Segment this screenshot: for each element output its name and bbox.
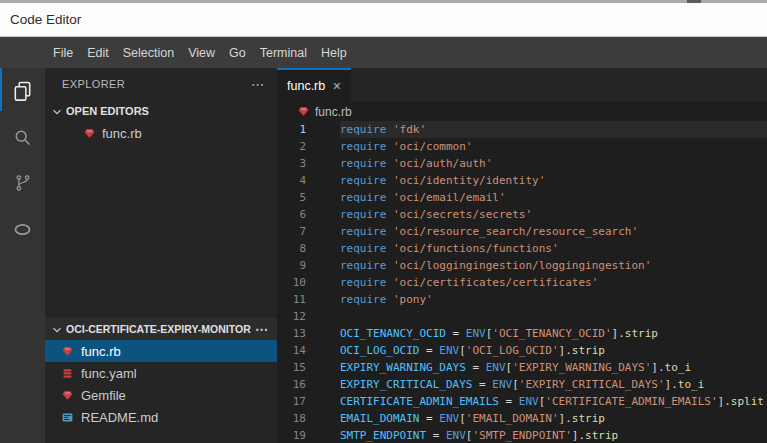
code-area[interactable]: 1require 'fdk'2require 'oci/common'3requ… <box>277 121 767 443</box>
menu-bar: FileEditSelectionViewGoTerminalHelp <box>0 37 767 68</box>
app-title: Code Editor <box>10 12 81 27</box>
code-text: require 'fdk' <box>340 121 767 138</box>
code-text: OCI_TENANCY_OCID = ENV['OCI_TENANCY_OCID… <box>340 325 767 342</box>
files-icon <box>11 80 34 103</box>
file-item-func-rb[interactable]: func.rb <box>45 340 277 362</box>
open-editor-func-rb[interactable]: func.rb <box>45 122 277 144</box>
line-number: 1 <box>277 121 340 138</box>
menu-item-edit[interactable]: Edit <box>80 46 116 60</box>
code-text: EXPIRY_CRITICAL_DAYS = ENV['EXPIRY_CRITI… <box>340 376 767 393</box>
line-number: 15 <box>277 359 340 376</box>
line-number: 3 <box>277 155 340 172</box>
code-line-5[interactable]: 5require 'oci/email/email' <box>277 189 767 206</box>
menu-item-view[interactable]: View <box>181 46 222 60</box>
code-text: require 'oci/secrets/secrets' <box>340 206 767 223</box>
activity-item-search[interactable] <box>0 114 45 160</box>
menu-item-file[interactable]: File <box>46 46 80 60</box>
file-label: func.rb <box>102 126 142 141</box>
explorer-pane-header: EXPLORER ⋯ <box>45 68 277 100</box>
activity-item-source-control[interactable] <box>0 160 45 206</box>
code-line-6[interactable]: 6require 'oci/secrets/secrets' <box>277 206 767 223</box>
code-text: require 'oci/resource_search/resource_se… <box>340 223 767 240</box>
line-number: 13 <box>277 325 340 342</box>
ruby-file-icon <box>61 389 74 402</box>
code-line-7[interactable]: 7require 'oci/resource_search/resource_s… <box>277 223 767 240</box>
code-text: CERTIFICATE_ADMIN_EMAILS = ENV['CERTIFIC… <box>340 393 767 410</box>
activity-bar <box>0 68 45 443</box>
explorer-more-actions-icon[interactable]: ⋯ <box>251 77 265 92</box>
menu-item-terminal[interactable]: Terminal <box>253 46 314 60</box>
code-line-1[interactable]: 1require 'fdk' <box>277 121 767 138</box>
code-text: require 'oci/functions/functions' <box>340 240 767 257</box>
code-line-11[interactable]: 11require 'pony' <box>277 291 767 308</box>
file-item-gemfile[interactable]: Gemfile <box>45 384 277 406</box>
sidebar-spacer <box>45 144 277 318</box>
line-number: 2 <box>277 138 340 155</box>
editor-group: func.rb✕ func.rb 1require 'fdk'2require … <box>277 68 767 443</box>
oval-icon <box>12 219 33 240</box>
file-label: Gemfile <box>81 388 126 403</box>
source-control-icon <box>13 173 33 193</box>
code-line-9[interactable]: 9require 'oci/loggingingestion/loggingin… <box>277 257 767 274</box>
code-editor-window: Code Editor FileEditSelectionViewGoTermi… <box>0 0 767 443</box>
code-line-8[interactable]: 8require 'oci/functions/functions' <box>277 240 767 257</box>
code-text: require 'oci/auth/auth' <box>340 155 767 172</box>
line-number: 17 <box>277 393 340 410</box>
code-line-16[interactable]: 16EXPIRY_CRITICAL_DAYS = ENV['EXPIRY_CRI… <box>277 376 767 393</box>
code-text: require 'oci/email/email' <box>340 189 767 206</box>
activity-item-explorer[interactable] <box>0 68 45 114</box>
ruby-file-icon <box>61 345 74 358</box>
code-text: require 'oci/certificates/certificates' <box>340 274 767 291</box>
file-item-func-yaml[interactable]: func.yaml <box>45 362 277 384</box>
ruby-file-icon <box>83 127 96 140</box>
workspace-folder-label: OCI-CERTIFICATE-EXPIRY-MONITOR <box>66 323 255 335</box>
code-line-4[interactable]: 4require 'oci/identity/identity' <box>277 172 767 189</box>
file-label: func.yaml <box>81 366 137 381</box>
activity-item-oval-badge[interactable] <box>0 206 45 252</box>
menu-item-selection[interactable]: Selection <box>116 46 181 60</box>
code-text: require 'oci/identity/identity' <box>340 172 767 189</box>
close-icon[interactable]: ✕ <box>332 81 341 92</box>
line-number: 5 <box>277 189 340 206</box>
title-bar: Code Editor <box>0 3 767 37</box>
open-editors-list: func.rb <box>45 122 277 144</box>
workspace-more-actions-icon[interactable]: ⋯ <box>255 322 269 337</box>
menu-item-go[interactable]: Go <box>222 46 253 60</box>
line-number: 4 <box>277 172 340 189</box>
code-line-13[interactable]: 13OCI_TENANCY_OCID = ENV['OCI_TENANCY_OC… <box>277 325 767 342</box>
workspace-folder-header[interactable]: OCI-CERTIFICATE-EXPIRY-MONITOR ⋯ <box>45 318 277 340</box>
code-text: EXPIRY_WARNING_DAYS = ENV['EXPIRY_WARNIN… <box>340 359 767 376</box>
line-number: 16 <box>277 376 340 393</box>
code-line-10[interactable]: 10require 'oci/certificates/certificates… <box>277 274 767 291</box>
code-line-19[interactable]: 19SMTP_ENDPOINT = ENV['SMTP_ENDPOINT'].s… <box>277 427 767 443</box>
code-line-17[interactable]: 17CERTIFICATE_ADMIN_EMAILS = ENV['CERTIF… <box>277 393 767 410</box>
code-line-14[interactable]: 14OCI_LOG_OCID = ENV['OCI_LOG_OCID'].str… <box>277 342 767 359</box>
code-line-2[interactable]: 2require 'oci/common' <box>277 138 767 155</box>
chevron-down-icon <box>52 107 62 117</box>
line-number: 18 <box>277 410 340 427</box>
tab-func-rb[interactable]: func.rb✕ <box>277 68 351 102</box>
open-editors-label: OPEN EDITORS <box>66 105 149 117</box>
explorer-title: EXPLORER <box>62 78 125 90</box>
line-number: 14 <box>277 342 340 359</box>
code-line-12[interactable]: 12 <box>277 308 767 325</box>
line-number: 10 <box>277 274 340 291</box>
line-number: 9 <box>277 257 340 274</box>
code-line-18[interactable]: 18EMAIL_DOMAIN = ENV['EMAIL_DOMAIN'].str… <box>277 410 767 427</box>
code-text: require 'oci/loggingingestion/logginging… <box>340 257 767 274</box>
code-text <box>340 308 767 325</box>
open-editors-header[interactable]: OPEN EDITORS <box>45 100 277 122</box>
code-line-3[interactable]: 3require 'oci/auth/auth' <box>277 155 767 172</box>
line-number: 7 <box>277 223 340 240</box>
breadcrumb[interactable]: func.rb <box>277 102 767 121</box>
markdown-file-icon <box>61 411 74 424</box>
code-text: OCI_LOG_OCID = ENV['OCI_LOG_OCID'].strip <box>340 342 767 359</box>
code-line-15[interactable]: 15EXPIRY_WARNING_DAYS = ENV['EXPIRY_WARN… <box>277 359 767 376</box>
menu-item-help[interactable]: Help <box>314 46 354 60</box>
line-number: 12 <box>277 308 340 325</box>
line-number: 19 <box>277 427 340 443</box>
breadcrumb-file-label: func.rb <box>315 105 352 119</box>
line-number: 6 <box>277 206 340 223</box>
file-item-readme-md[interactable]: README.md <box>45 406 277 428</box>
line-number: 8 <box>277 240 340 257</box>
